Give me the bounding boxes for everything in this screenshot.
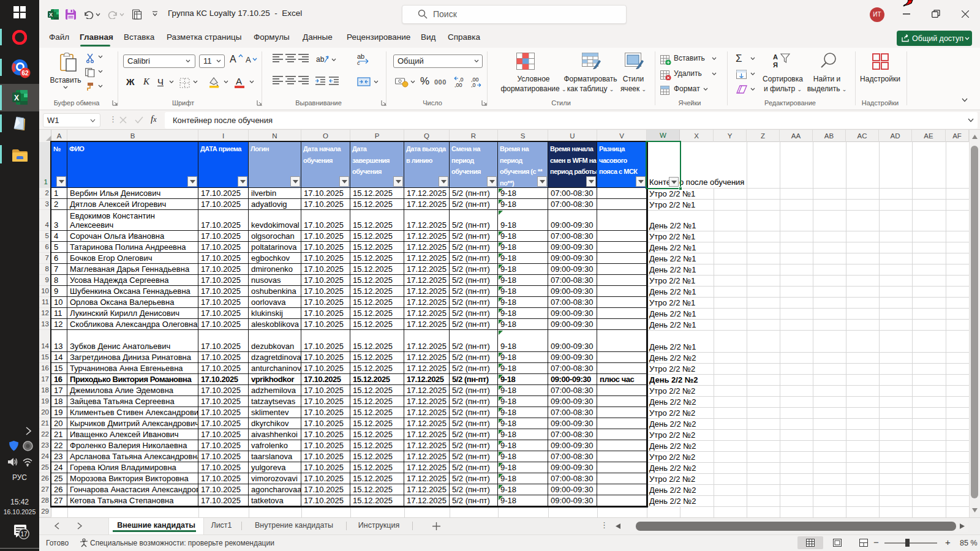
svg-text:62: 62: [21, 70, 29, 77]
svg-text:X: X: [49, 12, 53, 18]
svg-text:ab: ab: [357, 53, 364, 60]
svg-text:c: c: [357, 60, 360, 65]
svg-text:X: X: [14, 94, 19, 102]
svg-text:Я: Я: [773, 61, 778, 69]
svg-text:,00: ,00: [454, 82, 462, 88]
svg-text:А: А: [773, 53, 778, 61]
svg-text:17: 17: [20, 531, 28, 538]
svg-text:,0: ,0: [471, 82, 476, 88]
svg-text:ab: ab: [316, 55, 325, 64]
